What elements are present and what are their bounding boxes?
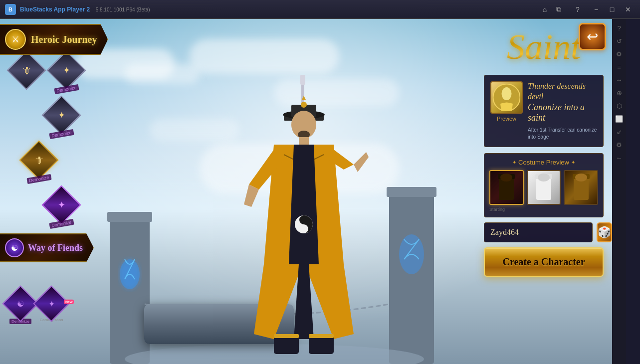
svg-point-25: [502, 87, 512, 100]
sidebar-icon-resize[interactable]: ↔: [614, 75, 624, 85]
app-name: BlueStacks App Player 2: [20, 6, 90, 13]
preview-thumbnail[interactable]: [490, 81, 523, 114]
wof-node-2[interactable]: New ✦ Coming soon: [38, 291, 64, 324]
create-character-button[interactable]: Create a Character: [484, 247, 604, 277]
star-right: ✦: [571, 160, 575, 165]
titlebar: B BlueStacks App Player 2 5.8.101.1001 P…: [0, 0, 640, 19]
character-name-input[interactable]: [484, 222, 593, 242]
svg-rect-23: [309, 334, 334, 338]
skill-node-star-2[interactable]: ✦ Demonize: [47, 101, 75, 137]
way-of-fiends-title: Way of Fiends: [28, 243, 83, 253]
home-icon[interactable]: ⌂: [539, 4, 550, 15]
back-icon: ↩: [587, 28, 598, 45]
way-of-fiends-emblem: ☯: [5, 238, 24, 257]
help-icon[interactable]: ?: [572, 4, 583, 15]
sidebar-icon-question[interactable]: ?: [614, 23, 624, 33]
close-button[interactable]: ✕: [621, 4, 635, 15]
sidebar-icon-layout[interactable]: ⬜: [614, 114, 624, 124]
costume-title-text: Costume Preview: [518, 159, 569, 166]
star-left: ✦: [512, 160, 516, 165]
dice-icon: 🎲: [598, 226, 611, 239]
app-title: BlueStacks App Player 2 5.8.101.1001 P64…: [20, 6, 539, 13]
svg-point-34: [575, 174, 587, 182]
class-info-line1: Thunder descends devil: [528, 81, 597, 102]
titlebar-nav-icons: ⌂ ⧉: [539, 4, 564, 15]
dice-button[interactable]: 🎲: [597, 222, 612, 242]
heroic-journey-header[interactable]: ⚔ Heroic Journey: [0, 24, 108, 55]
back-button[interactable]: ↩: [579, 23, 606, 50]
sidebar-icon-hex[interactable]: ⬡: [614, 101, 624, 111]
costume-thumb-1[interactable]: [489, 170, 524, 205]
svg-point-18: [301, 218, 306, 222]
new-badge: New: [64, 299, 74, 304]
sidebar-icon-menu[interactable]: ≡: [614, 62, 624, 72]
window-controls: ? − □ ✕: [572, 4, 635, 15]
sidebar-icon-refresh[interactable]: ↺: [614, 36, 624, 46]
game-area: ⚔ Heroic Journey 🗡 ✦ Demonize: [0, 19, 626, 364]
skill-node-purple[interactable]: ✦ Demonize: [47, 191, 75, 227]
wof-skill-nodes: ☯ Demonize New ✦ Coming soon: [7, 291, 64, 324]
layers-icon[interactable]: ⧉: [553, 4, 564, 15]
svg-rect-16: [299, 137, 309, 145]
way-of-fiends-panel: ☯ Way of Fiends: [0, 233, 94, 262]
skill-label-demonize-4: Demonize: [49, 219, 74, 229]
costume-section-title: ✦ Costume Preview ✦: [489, 159, 598, 166]
heroic-journey-title: Heroic Journey: [31, 34, 97, 45]
minimize-button[interactable]: −: [589, 4, 603, 15]
app-version: 5.8.101.1001 P64 (Beta): [96, 7, 150, 12]
right-panel: Saint Preview Thunder descends devil Can…: [476, 19, 611, 364]
sidebar-icon-add[interactable]: ⊕: [614, 88, 624, 98]
hj-emblem-icon: ⚔: [11, 34, 19, 45]
svg-point-31: [538, 174, 550, 182]
costume-starting-label: Starting: [489, 207, 598, 212]
svg-rect-22: [274, 334, 299, 338]
svg-rect-9: [300, 75, 305, 85]
wof-node-1[interactable]: ☯ Demonize: [7, 291, 33, 324]
right-sidebar: ? ↺ ⚙ ≡ ↔ ⊕ ⬡ ⬜ ↙ ⚙ ←: [612, 19, 626, 364]
skill-node-star-1[interactable]: ✦ Demonize: [52, 56, 80, 92]
app-logo: B: [5, 4, 16, 15]
svg-point-28: [500, 174, 512, 182]
sidebar-icon-corner[interactable]: ↙: [614, 127, 624, 137]
class-info-card: Preview Thunder descends devil Canonize …: [484, 75, 604, 147]
heroic-journey-emblem: ⚔: [5, 29, 26, 50]
way-of-fiends-header[interactable]: ☯ Way of Fiends: [0, 233, 94, 262]
sidebar-icon-config[interactable]: ⚙: [614, 140, 624, 150]
skill-label-demonize-2: Demonize: [49, 129, 74, 139]
costume-preview-section: ✦ Costume Preview ✦: [484, 153, 604, 217]
sidebar-icon-settings[interactable]: ⚙: [614, 49, 624, 59]
svg-point-19: [301, 227, 306, 231]
skill-node-gold[interactable]: 🗡 Demonize: [25, 146, 53, 182]
sidebar-icon-back[interactable]: ←: [614, 153, 624, 163]
costume-thumb-3[interactable]: [564, 170, 598, 205]
name-input-row: 🎲: [484, 222, 604, 242]
wof-emblem-icon: ☯: [11, 243, 18, 253]
skill-label-demonize-1: Demonize: [54, 84, 79, 94]
heroic-journey-panel: ⚔ Heroic Journey: [0, 24, 108, 55]
restore-button[interactable]: □: [605, 4, 619, 15]
preview-label: Preview: [497, 116, 516, 122]
skill-tree: 🗡 ✦ Demonize ✦ Demonize: [10, 54, 122, 233]
class-info-text: Thunder descends devil Canonize into a s…: [528, 81, 597, 141]
character-figure: [209, 65, 399, 364]
costume-thumb-2[interactable]: [527, 170, 561, 205]
class-info-line2: Canonize into a saint: [528, 102, 597, 124]
costume-grid: [489, 170, 598, 205]
skill-label-demonize-3: Demonize: [26, 174, 51, 184]
svg-point-13: [301, 102, 307, 108]
skill-node-sword-1[interactable]: 🗡: [12, 56, 40, 84]
cloud-2: [125, 64, 200, 84]
class-info-description: After 1st Transfer can canonize into Sag…: [528, 127, 597, 141]
